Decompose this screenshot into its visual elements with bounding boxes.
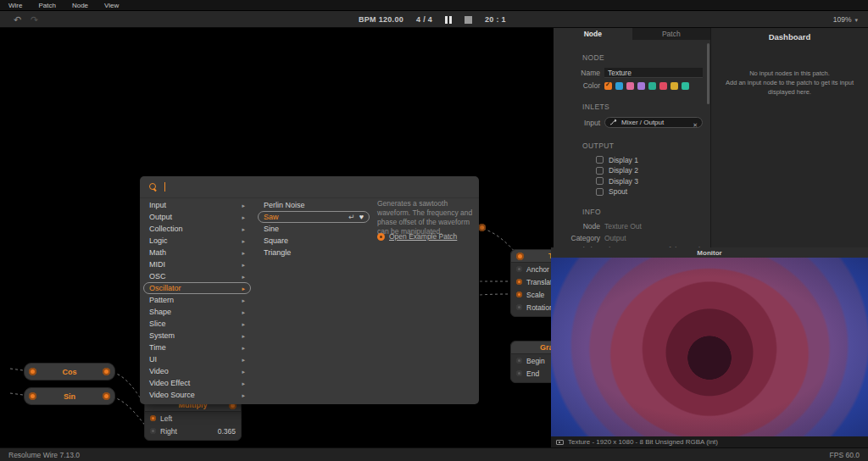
- node-menu-item[interactable]: Triangle: [258, 247, 370, 258]
- node-inlet-row[interactable]: Left: [145, 412, 241, 425]
- search-icon: [149, 183, 157, 191]
- node-sin[interactable]: Sin: [24, 387, 115, 405]
- inlet-value[interactable]: 0.365: [218, 427, 236, 436]
- time-signature[interactable]: 4 / 4: [416, 15, 432, 24]
- checkbox[interactable]: [596, 177, 604, 185]
- node-menu-item[interactable]: Sine: [258, 223, 370, 235]
- color-swatches: [604, 82, 689, 90]
- wire: [480, 294, 515, 295]
- menu-item[interactable]: Wire: [8, 2, 22, 9]
- status-bar: Resolume Wire 7.13.0 FPS 60.0: [0, 447, 868, 461]
- category-item[interactable]: Video Effect: [143, 377, 251, 389]
- node-name-input[interactable]: [604, 68, 703, 78]
- node-cos[interactable]: Cos: [24, 363, 115, 380]
- node-menu-label: Perlin Noise: [264, 201, 305, 209]
- color-swatch[interactable]: [637, 82, 645, 90]
- chevron-right-icon: [242, 296, 245, 304]
- section-header-inlets: INLETS: [582, 103, 710, 111]
- node-title: Cos: [25, 368, 114, 376]
- stop-icon[interactable]: [465, 16, 472, 24]
- category-label: MIDI: [149, 260, 165, 269]
- category-label: Slice: [149, 319, 166, 328]
- category-item[interactable]: Video Source: [143, 389, 251, 401]
- properties-tab[interactable]: Node: [554, 28, 632, 40]
- category-item[interactable]: OSC: [143, 270, 251, 282]
- inlet-port[interactable]: [150, 415, 156, 421]
- category-item[interactable]: Time: [143, 342, 251, 353]
- checkbox[interactable]: [596, 167, 604, 175]
- category-label: Logic: [149, 236, 168, 245]
- chevron-right-icon: [242, 284, 245, 292]
- close-icon[interactable]: [693, 115, 698, 131]
- inlet-port[interactable]: [516, 358, 522, 364]
- color-swatch[interactable]: [670, 82, 678, 90]
- dashboard-title: Dashboard: [711, 32, 868, 42]
- inlet-port[interactable]: [516, 292, 522, 297]
- checkbox-label: Display 1: [609, 156, 638, 164]
- color-swatch[interactable]: [682, 82, 689, 90]
- category-item[interactable]: Input: [143, 199, 251, 211]
- inlet-connection-label: Mixer / Output: [621, 119, 664, 126]
- node-multiply[interactable]: Multiply Left Right 0.365: [144, 398, 242, 441]
- checkbox[interactable]: [596, 188, 604, 196]
- category-item[interactable]: Oscillator: [143, 282, 251, 294]
- category-item[interactable]: Output: [143, 211, 251, 223]
- category-item[interactable]: System: [143, 330, 251, 342]
- bars-beats-display[interactable]: 20 : 1: [485, 15, 506, 24]
- favorite-icon[interactable]: [359, 213, 364, 221]
- color-swatch[interactable]: [626, 82, 634, 90]
- patch-canvas[interactable]: Cos Sin Multiply Left Right 0.365: [0, 28, 868, 447]
- category-item[interactable]: Collection: [143, 223, 251, 235]
- color-swatch[interactable]: [615, 82, 623, 90]
- color-swatch[interactable]: [648, 82, 656, 90]
- inlet-port[interactable]: [516, 266, 522, 272]
- inlet-connection-pill[interactable]: Mixer / Output: [604, 117, 703, 128]
- inlet-port[interactable]: [150, 428, 156, 434]
- menu-item[interactable]: View: [104, 2, 119, 9]
- undo-icon[interactable]: [14, 13, 21, 26]
- node-inlet-row[interactable]: Right 0.365: [145, 425, 241, 437]
- inlet-label: Right: [160, 427, 177, 436]
- node-menu-item[interactable]: Square: [258, 235, 370, 247]
- zoom-control[interactable]: 109%: [833, 11, 858, 28]
- scrollbar[interactable]: [707, 43, 709, 104]
- category-item[interactable]: Math: [143, 247, 251, 258]
- monitor-preview: [551, 258, 868, 436]
- pause-icon[interactable]: [445, 16, 452, 24]
- color-swatch[interactable]: [604, 82, 612, 90]
- node-menu-label: Saw: [264, 213, 279, 221]
- chevron-right-icon: [242, 248, 245, 257]
- bpm-display[interactable]: BPM 120.00: [359, 15, 403, 24]
- node-menu-item[interactable]: Perlin Noise: [258, 199, 370, 211]
- category-label: Shape: [149, 308, 171, 316]
- node-menu-label: Sine: [264, 225, 279, 233]
- output-port[interactable]: [478, 224, 486, 231]
- category-item[interactable]: Pattern: [143, 294, 251, 306]
- category-label: OSC: [149, 272, 166, 280]
- category-item[interactable]: Shape: [143, 306, 251, 318]
- output-option-row: Display 3: [596, 177, 710, 185]
- menu-item[interactable]: Node: [72, 2, 88, 9]
- input-port[interactable]: [516, 253, 524, 260]
- category-item[interactable]: MIDI: [143, 258, 251, 270]
- menu-bar: WirePatchNodeView: [0, 0, 868, 11]
- menu-item[interactable]: Patch: [38, 2, 55, 9]
- category-item[interactable]: UI: [143, 353, 251, 365]
- inlet-port[interactable]: [516, 304, 522, 310]
- fps-counter: FPS 60.0: [830, 451, 860, 459]
- dashboard-empty-message: No input nodes in this patch. Add an inp…: [721, 69, 858, 97]
- dashboard-panel: Dashboard No input nodes in this patch. …: [710, 28, 868, 247]
- inlet-port[interactable]: [516, 279, 522, 285]
- checkbox[interactable]: [596, 156, 604, 164]
- color-swatch[interactable]: [659, 82, 667, 90]
- inlet-port[interactable]: [516, 370, 522, 376]
- redo-icon[interactable]: [31, 13, 38, 26]
- node-menu-item[interactable]: Saw: [258, 211, 370, 223]
- example-patch-link[interactable]: Open Example Patch: [377, 232, 457, 241]
- chevron-right-icon: [242, 319, 245, 328]
- category-item[interactable]: Logic: [143, 235, 251, 247]
- category-item[interactable]: Video: [143, 365, 251, 377]
- properties-tab[interactable]: Patch: [632, 28, 711, 40]
- category-item[interactable]: Slice: [143, 318, 251, 330]
- search-input[interactable]: [140, 176, 479, 198]
